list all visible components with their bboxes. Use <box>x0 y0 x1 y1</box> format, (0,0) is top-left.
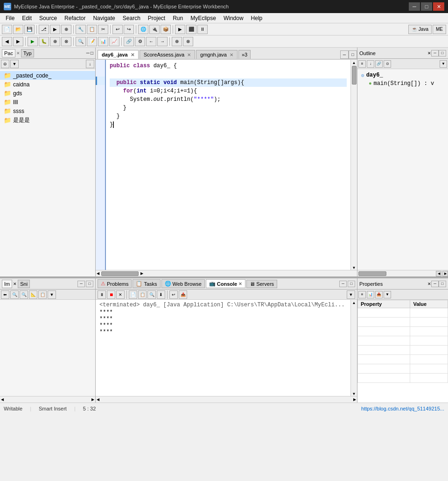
tb2-btn-14[interactable]: ⊗ <box>183 37 193 46</box>
tab-scoreassess[interactable]: ScoreAssess.java ✕ <box>140 50 195 59</box>
editor-hscroll[interactable]: ◀ ▶ <box>96 270 357 276</box>
outline-method-item[interactable]: ● main(String[]) : v <box>359 79 446 88</box>
console-tab-tasks[interactable]: 📋 Tasks <box>133 279 160 288</box>
tree-item-gds[interactable]: 📁 gds <box>0 89 95 98</box>
bl-tb-btn-1[interactable]: ⬅ <box>1 290 9 299</box>
console-tb-1[interactable]: ⏸ <box>98 290 106 299</box>
menu-file[interactable]: File <box>2 14 18 22</box>
console-tb-5[interactable]: 📋 <box>138 290 147 299</box>
console-minimize-btn[interactable]: ─ <box>339 281 347 287</box>
tab-gmgnh-close[interactable]: ✕ <box>230 52 233 57</box>
left-tb-btn-2[interactable]: ▼ <box>10 60 19 68</box>
console-tb-7[interactable]: ⬇ <box>157 290 165 299</box>
console-tb-6[interactable]: 🔍 <box>147 290 156 299</box>
tb2-btn-4[interactable]: ⊗ <box>61 37 71 46</box>
menu-run[interactable]: Run <box>169 14 187 22</box>
properties-close[interactable]: ✕ <box>427 282 431 286</box>
status-link[interactable]: https://blog.csdn.net/qq_51149215... <box>361 406 444 411</box>
tb2-btn-12[interactable]: → <box>157 37 168 46</box>
bl-tb-btn-6[interactable]: ▼ <box>48 290 56 299</box>
tb-btn-13[interactable]: ▶ <box>175 25 185 34</box>
tree-item-pasted-code[interactable]: 📁 _pasted_code_ <box>0 71 95 80</box>
tree-item-chinese[interactable]: 📁 是是是 <box>0 115 95 125</box>
bl-hscroll-left[interactable]: ◀ <box>0 397 5 402</box>
props-tb-4[interactable]: ▼ <box>384 291 391 298</box>
console-tab-servers[interactable]: 🖥 Servers <box>246 280 277 288</box>
tb-btn-15[interactable]: ⏸ <box>197 25 208 34</box>
code-editor[interactable]: public class day6_ { public static void … <box>106 60 350 270</box>
editor-minimize[interactable]: ─ <box>340 50 349 59</box>
tb-btn-5[interactable]: 🔧 <box>76 25 86 34</box>
tb2-btn-13[interactable]: ⊕ <box>172 37 182 46</box>
tab-package[interactable]: Pac <box>2 49 15 57</box>
scroll-thumb-editor[interactable] <box>352 66 357 85</box>
tb-btn-2[interactable]: ⎇ <box>39 25 49 34</box>
outline-minimize[interactable]: ─ <box>431 50 439 57</box>
outline-tb-btn-5[interactable]: ▼ <box>440 60 447 68</box>
bottom-left-minimize[interactable]: ─ <box>77 281 85 287</box>
tab-day6[interactable]: day6_.java ✕ <box>98 50 139 59</box>
tb2-btn-3[interactable]: ⊕ <box>50 37 60 46</box>
console-hscroll-right[interactable]: ▶ <box>352 397 357 402</box>
console-tab-close[interactable]: ✕ <box>238 282 242 286</box>
bottom-left-hscroll[interactable]: ◀ ▶ <box>0 396 95 403</box>
tb2-btn-11[interactable]: ← <box>146 37 156 46</box>
properties-minimize[interactable]: ─ <box>431 281 439 287</box>
outline-tb-btn-1[interactable]: ≡ <box>358 60 366 68</box>
tb-btn-12[interactable]: 📦 <box>161 25 171 34</box>
tb-btn-14[interactable]: ⬛ <box>186 25 196 34</box>
tab-type[interactable]: Typ <box>21 49 34 57</box>
tab-im-close[interactable]: ✕ <box>13 282 17 286</box>
tree-item-llll[interactable]: 📁 llll <box>0 98 95 106</box>
scroll-up-btn[interactable]: ▲ <box>352 61 356 65</box>
bl-tb-btn-2[interactable]: 🔍 <box>10 290 19 299</box>
console-tb-stop[interactable]: ⏹ <box>107 290 115 299</box>
left-panel-minimize[interactable]: ─ <box>86 50 90 56</box>
tb2-btn-8[interactable]: 📈 <box>109 37 119 46</box>
minimize-button[interactable]: ─ <box>409 2 420 11</box>
outline-tb-btn-2[interactable]: ↓ <box>367 60 374 68</box>
tab-day6-close[interactable]: ✕ <box>131 52 134 57</box>
outline-tb-btn-3[interactable]: 🔗 <box>375 60 383 68</box>
left-tb-btn-3[interactable]: ↓ <box>86 60 94 68</box>
maximize-button[interactable]: □ <box>421 2 432 11</box>
props-tb-3[interactable]: 📤 <box>375 291 383 298</box>
hscroll-left-btn[interactable]: ◀ <box>96 271 100 276</box>
console-scroll-up[interactable]: ▲ <box>352 301 356 305</box>
tab-scoreassess-close[interactable]: ✕ <box>187 52 191 57</box>
bl-tb-btn-4[interactable]: 📐 <box>29 290 37 299</box>
bottom-left-maximize[interactable]: □ <box>86 281 93 287</box>
tb-btn-6[interactable]: 📋 <box>87 25 97 34</box>
tb2-run[interactable]: ▶ <box>28 37 38 46</box>
tb2-btn-10[interactable]: ⚙ <box>135 37 145 46</box>
menu-project[interactable]: Project <box>144 14 169 22</box>
editor-maximize[interactable]: □ <box>349 50 357 59</box>
menu-search[interactable]: Search <box>119 14 144 22</box>
tb-perspective-my[interactable]: ME <box>433 25 446 34</box>
tb-btn-8[interactable]: ↩ <box>112 25 123 34</box>
console-tb-9[interactable]: 📤 <box>179 290 187 299</box>
bl-hscroll-right[interactable]: ▶ <box>91 397 95 402</box>
tb-btn-7[interactable]: ✂ <box>98 25 108 34</box>
outline-scroll-right[interactable]: ▶ <box>442 271 448 276</box>
console-tab-console[interactable]: 📺 Console ✕ <box>206 279 245 288</box>
tb-btn-3[interactable]: ▶ <box>50 25 60 34</box>
properties-maximize[interactable]: □ <box>439 281 446 287</box>
editor-scrollbar-v[interactable]: ▲ ▼ <box>350 60 357 270</box>
tb2-btn-9[interactable]: 🔗 <box>124 37 134 46</box>
tb2-debug[interactable]: 🐛 <box>39 37 49 46</box>
tb2-btn-5[interactable]: 🔍 <box>76 37 86 46</box>
outline-close[interactable]: ✕ <box>427 51 431 56</box>
menu-source[interactable]: Source <box>35 14 61 22</box>
tb-save-button[interactable]: 💾 <box>24 25 35 34</box>
tb-btn-11[interactable]: 🔌 <box>149 25 160 34</box>
console-tab-problems[interactable]: ⚠ Problems <box>98 279 132 288</box>
tab-gmgnh[interactable]: gmgnh.java ✕ <box>196 50 238 59</box>
outline-tb-btn-4[interactable]: ⊙ <box>384 60 391 68</box>
left-panel-maximize[interactable]: □ <box>91 50 93 56</box>
console-tab-webbrowse[interactable]: 🌐 Web Browse <box>161 279 205 288</box>
bl-tb-btn-5[interactable]: 📋 <box>38 290 47 299</box>
outline-maximize[interactable]: □ <box>439 50 446 57</box>
tb2-btn-6[interactable]: 📝 <box>87 37 97 46</box>
hscroll-thumb[interactable] <box>101 271 139 276</box>
